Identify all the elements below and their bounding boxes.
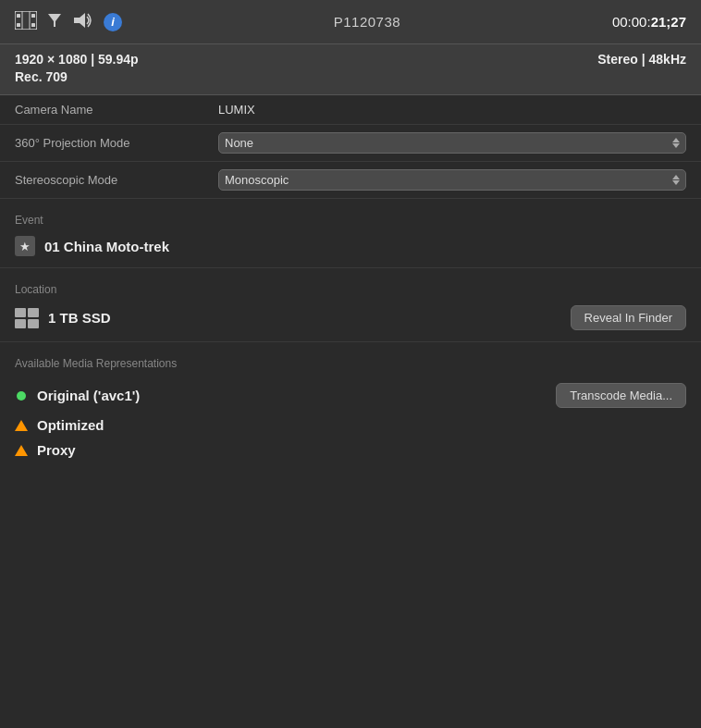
svg-rect-4: [31, 23, 35, 27]
location-name: 1 TB SSD: [48, 310, 111, 326]
table-row: Stereoscopic Mode Monoscopic: [0, 162, 701, 199]
svg-marker-7: [48, 14, 61, 27]
timecode: 00:00:21;27: [612, 14, 686, 30]
svg-rect-3: [17, 23, 20, 27]
svg-rect-1: [17, 14, 20, 18]
arrow-down-icon-2: [672, 180, 680, 185]
media-rep-original-left: Original ('avc1'): [15, 388, 140, 403]
arrow-up-icon: [672, 138, 680, 142]
media-rep-optimized-left: Optimized: [15, 417, 105, 433]
color-space-label: Rec. 709: [15, 69, 68, 84]
stereo-mode-label: Stereoscopic Mode: [0, 162, 203, 199]
camera-name-value: LUMIX: [203, 95, 701, 125]
event-label: Event: [15, 214, 686, 227]
toolbar-left: i: [15, 11, 122, 33]
camera-name-label: Camera Name: [0, 95, 203, 125]
stereo-mode-dropdown[interactable]: Monoscopic: [218, 169, 686, 191]
table-row: 360° Projection Mode None: [0, 125, 701, 162]
proxy-label: Proxy: [37, 442, 76, 458]
media-rep-item-optimized: Optimized: [15, 417, 686, 433]
media-rep-proxy-left: Proxy: [15, 442, 76, 458]
original-indicator-wrapper: [15, 391, 28, 401]
projection-mode-dropdown[interactable]: None: [218, 132, 686, 154]
info-icon[interactable]: i: [104, 13, 122, 31]
event-name: 01 China Moto-trek: [44, 239, 169, 254]
transcode-media-button[interactable]: Transcode Media...: [556, 383, 686, 408]
dropdown-arrow: [672, 138, 680, 148]
clip-name: P1120738: [334, 14, 400, 30]
optimized-status-indicator: [15, 420, 28, 431]
stereo-mode-value[interactable]: Monoscopic: [203, 162, 701, 199]
content-area: Camera Name LUMIX 360° Projection Mode N…: [0, 95, 701, 482]
reveal-in-finder-button[interactable]: Reveal In Finder: [571, 305, 686, 330]
projection-mode-text: None: [225, 136, 253, 150]
grid-cell-1: [15, 308, 26, 317]
grid-cell-2: [28, 308, 39, 317]
arrow-down-icon: [672, 143, 680, 148]
proxy-status-indicator: [15, 445, 28, 456]
speaker-icon[interactable]: [72, 11, 94, 33]
svg-rect-2: [31, 14, 35, 18]
location-label: Location: [15, 283, 686, 296]
proxy-indicator-wrapper: [15, 445, 28, 456]
media-rep-label: Available Media Representations: [15, 357, 686, 370]
projection-mode-label: 360° Projection Mode: [0, 125, 203, 162]
audio-info-label: Stereo | 48kHz: [597, 52, 686, 67]
grid-icon: [15, 308, 39, 328]
media-representations-section: Available Media Representations Original…: [0, 342, 701, 482]
film-icon[interactable]: [15, 11, 37, 33]
media-rep-item-original: Original ('avc1') Transcode Media...: [15, 383, 686, 408]
dropdown-arrow-2: [672, 175, 680, 185]
grid-cell-4: [28, 319, 39, 328]
event-item: ★ 01 China Moto-trek: [15, 236, 686, 256]
location-section: Location 1 TB SSD Reveal In Finder: [0, 268, 701, 342]
location-row: 1 TB SSD Reveal In Finder: [15, 305, 686, 330]
event-section: Event ★ 01 China Moto-trek: [0, 199, 701, 268]
resolution-label: 1920 × 1080 | 59.94p: [15, 52, 139, 67]
optimized-label: Optimized: [37, 417, 105, 433]
media-rep-item-proxy: Proxy: [15, 442, 686, 458]
table-row: Camera Name LUMIX: [0, 95, 701, 125]
properties-table: Camera Name LUMIX 360° Projection Mode N…: [0, 95, 701, 199]
arrow-up-icon-2: [672, 175, 680, 179]
location-left: 1 TB SSD: [15, 308, 111, 328]
top-toolbar: i P1120738 00:00:21;27: [0, 0, 701, 44]
filter-icon[interactable]: [46, 12, 63, 32]
original-label: Original ('avc1'): [37, 388, 140, 403]
projection-mode-value[interactable]: None: [203, 125, 701, 162]
timecode-bold: 21;27: [651, 14, 686, 30]
stereo-mode-text: Monoscopic: [225, 173, 289, 187]
star-icon: ★: [15, 236, 35, 256]
svg-marker-8: [74, 13, 85, 28]
metadata-header: 1920 × 1080 | 59.94p Stereo | 48kHz Rec.…: [0, 44, 701, 95]
optimized-indicator-wrapper: [15, 420, 28, 431]
timecode-normal: 00:00:: [612, 14, 651, 30]
original-status-dot: [17, 391, 26, 401]
grid-cell-3: [15, 319, 26, 328]
